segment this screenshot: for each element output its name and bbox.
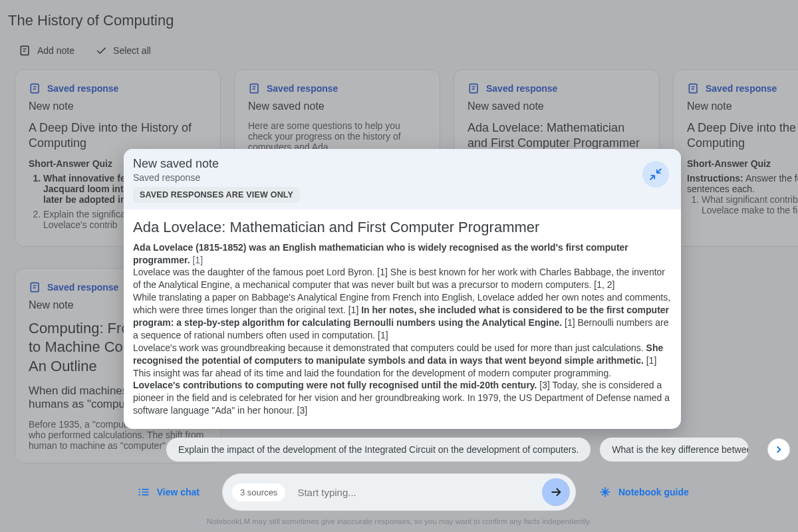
note-modal: New saved note Saved response SAVED RESP… (124, 149, 681, 429)
modal-heading: Ada Lovelace: Mathematician and First Co… (133, 217, 672, 237)
list-icon (137, 485, 150, 499)
modal-subtitle: Saved response (133, 172, 672, 183)
view-chat-button[interactable]: View chat (128, 479, 209, 505)
modal-body: Ada Lovelace: Mathematician and First Co… (124, 209, 681, 429)
suggestion-chip[interactable]: What is the key difference between the f… (600, 438, 749, 462)
collapse-icon (648, 167, 663, 182)
collapse-button[interactable] (642, 161, 669, 188)
disclaimer: NotebookLM may still sometimes give inac… (0, 517, 798, 525)
suggestion-chip[interactable]: Explain the impact of the development of… (166, 438, 591, 462)
notebook-guide-button[interactable]: Notebook guide (589, 479, 698, 505)
arrow-right-icon (549, 485, 563, 499)
modal-title: New saved note (133, 157, 672, 171)
chat-text-input[interactable] (296, 486, 531, 499)
more-suggestions-button[interactable] (767, 438, 790, 461)
sparkle-icon (598, 485, 612, 499)
bottom-bar: Explain the impact of the development of… (0, 438, 798, 532)
sources-count[interactable]: 3 sources (232, 483, 285, 501)
input-bar: View chat 3 sources Notebook guide (0, 473, 798, 511)
chat-input[interactable]: 3 sources (222, 473, 576, 511)
suggestion-chips: Explain the impact of the development of… (0, 438, 798, 473)
send-button[interactable] (542, 478, 570, 506)
chevron-right-icon (773, 444, 785, 456)
view-only-badge: SAVED RESPONSES ARE VIEW ONLY (133, 187, 300, 203)
